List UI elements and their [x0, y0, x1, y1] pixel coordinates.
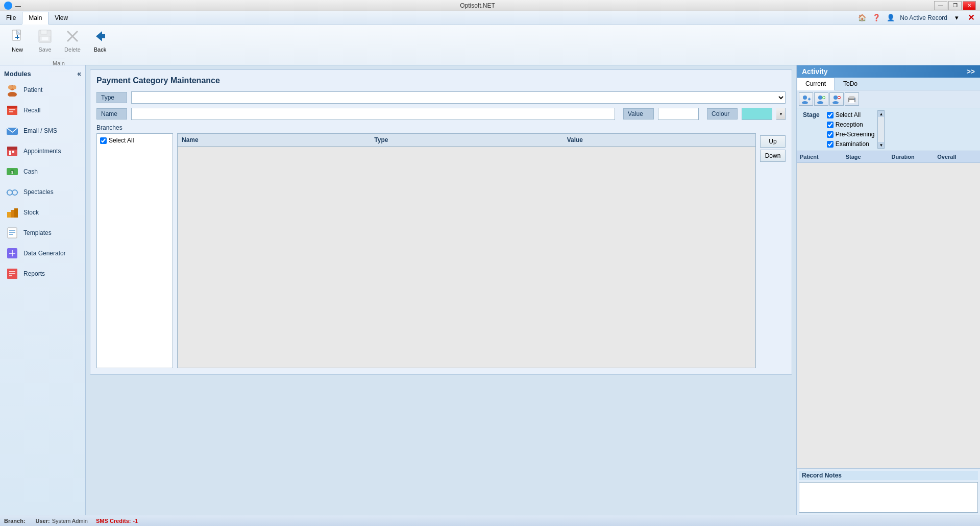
content-area: Payment Category Maintenance Type Name V…	[86, 65, 796, 515]
sidebar-item-reports[interactable]: Reports	[0, 264, 85, 284]
svg-point-49	[803, 95, 807, 100]
branch-label: Branch:	[4, 518, 26, 524]
sidebar-item-appointments[interactable]: Appointments	[0, 141, 85, 161]
stage-pre-screening-label: Pre-Screening	[836, 131, 875, 138]
user-icon[interactable]: 👤	[886, 13, 896, 23]
activity-panel: Activity >> Current ToDo	[796, 65, 980, 515]
templates-icon	[5, 226, 19, 240]
sidebar-item-cash[interactable]: $ Cash	[0, 161, 85, 182]
sidebar-item-email-sms[interactable]: Email / SMS	[0, 121, 85, 141]
colour-swatch[interactable]	[742, 108, 772, 120]
sidebar-collapse-btn[interactable]: «	[77, 69, 81, 78]
sidebar-label-data-generator: Data Generator	[23, 250, 66, 257]
sidebar-item-patient[interactable]: Patient	[0, 80, 85, 100]
close-record-btn[interactable]: ✕	[966, 13, 976, 23]
sidebar-item-recall[interactable]: Recall	[0, 100, 85, 121]
stage-pre-screening-checkbox[interactable]	[827, 131, 834, 138]
save-button[interactable]: Save	[32, 23, 58, 58]
col-type: Type	[370, 135, 562, 145]
record-notes-section: Record Notes	[797, 468, 980, 515]
reports-icon	[5, 267, 19, 281]
minimize-icon[interactable]: —	[15, 3, 21, 9]
activity-header: Activity >>	[797, 65, 980, 78]
sidebar-item-spectacles[interactable]: Spectacles	[0, 182, 85, 202]
save-icon	[37, 28, 53, 44]
svg-rect-26	[9, 153, 11, 155]
menu-main[interactable]: Main	[22, 12, 48, 25]
stage-select-all-label: Select All	[836, 111, 861, 118]
menu-view[interactable]: View	[48, 11, 74, 24]
status-bar: Branch: User: System Admin SMS Credits: …	[0, 515, 980, 526]
sidebar-label-stock: Stock	[23, 209, 39, 216]
record-notes-label: Record Notes	[799, 471, 978, 480]
stage-examination-label: Examination	[836, 140, 869, 148]
record-notes-box[interactable]	[799, 482, 978, 513]
svg-point-50	[802, 101, 808, 104]
save-label: Save	[38, 46, 51, 53]
select-all-branch-item: Select All	[99, 136, 170, 145]
col-name: Name	[178, 135, 370, 145]
stage-reception: Reception	[826, 120, 876, 129]
delete-icon	[64, 28, 81, 44]
stage-select-all-checkbox[interactable]	[827, 112, 834, 118]
back-button[interactable]: Back	[87, 23, 113, 58]
tab-current[interactable]: Current	[797, 78, 835, 90]
act-col-overall: Overall	[934, 153, 980, 161]
scroll-up-btn[interactable]: ▲	[878, 111, 884, 117]
branches-label: Branches	[96, 124, 786, 131]
add-user-btn[interactable]	[814, 92, 828, 106]
window-restore-btn[interactable]: ❐	[948, 1, 962, 10]
name-input[interactable]	[131, 108, 615, 120]
name-label: Name	[96, 108, 127, 119]
activity-toolbar	[797, 90, 980, 108]
svg-point-30	[7, 190, 12, 195]
home-icon[interactable]: 🏠	[857, 13, 867, 23]
remove-user-btn[interactable]	[829, 92, 844, 106]
svg-point-15	[8, 85, 12, 89]
window-close-btn[interactable]: ✕	[963, 1, 976, 10]
new-button[interactable]: New	[4, 23, 31, 58]
sidebar-label-email-sms: Email / SMS	[23, 127, 57, 134]
svg-point-58	[834, 95, 838, 100]
add-patient-btn[interactable]	[799, 92, 813, 106]
value-input[interactable]	[658, 108, 699, 120]
stage-examination-checkbox[interactable]	[827, 141, 834, 148]
sidebar-item-data-generator[interactable]: Data Generator	[0, 243, 85, 264]
down-button[interactable]: Down	[760, 150, 786, 162]
stage-scrollbar[interactable]: ▲ ▼	[877, 110, 885, 149]
window-minimize-btn[interactable]: —	[934, 1, 947, 10]
svg-rect-8	[42, 37, 48, 40]
branches-section: Branches Select All Name Type	[96, 124, 786, 368]
svg-rect-63	[849, 96, 854, 99]
dropdown-arrow-icon[interactable]: ▾	[951, 13, 962, 23]
select-all-branch-checkbox[interactable]	[100, 137, 107, 144]
user-label: User:	[36, 518, 50, 524]
branches-table: Name Type Value	[177, 133, 756, 368]
form-title: Payment Category Maintenance	[96, 76, 786, 85]
activity-expand-btn[interactable]: >>	[967, 67, 975, 76]
svg-line-33	[7, 192, 7, 193]
print-btn[interactable]	[845, 92, 859, 106]
colour-dropdown-btn[interactable]: ▾	[776, 108, 786, 120]
up-button[interactable]: Up	[760, 135, 786, 148]
branches-layout: Select All Name Type Value	[96, 133, 786, 368]
delete-button[interactable]: Delete	[59, 23, 86, 58]
user-value: System Admin	[52, 518, 88, 524]
sidebar-item-stock[interactable]: Stock	[0, 202, 85, 223]
type-select[interactable]	[131, 91, 786, 104]
spectacles-icon	[5, 185, 19, 199]
sidebar-label-reports: Reports	[23, 270, 45, 277]
svg-rect-36	[11, 210, 14, 218]
tab-todo[interactable]: ToDo	[835, 78, 866, 90]
help-icon[interactable]: ❓	[871, 13, 881, 23]
svg-point-16	[12, 85, 16, 89]
stage-label: Stage	[799, 110, 824, 119]
svg-point-54	[817, 101, 823, 104]
svg-rect-37	[14, 208, 18, 218]
stage-reception-checkbox[interactable]	[827, 122, 834, 128]
menu-file[interactable]: File	[0, 11, 22, 24]
scroll-down-btn[interactable]: ▼	[878, 142, 884, 148]
stage-pre-screening: Pre-Screening	[826, 130, 876, 139]
svg-rect-23	[7, 147, 17, 150]
sidebar-item-templates[interactable]: Templates	[0, 223, 85, 243]
